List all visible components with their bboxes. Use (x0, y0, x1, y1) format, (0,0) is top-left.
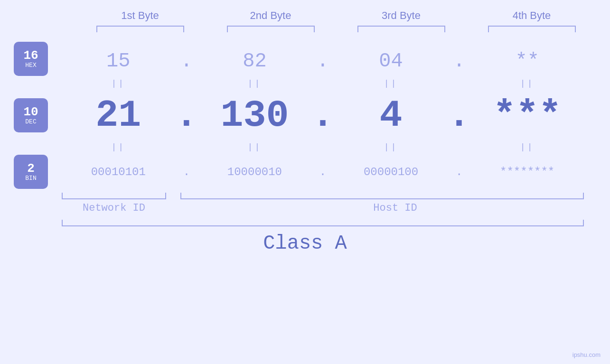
byte-label-2: 2nd Byte (218, 9, 323, 22)
bin-badge-label: BIN (25, 175, 36, 182)
bin-badge-container: 2 BIN (0, 155, 62, 189)
bin-dot-3: . (452, 166, 466, 178)
bin-val-2: 10000010 (202, 166, 307, 178)
bin-val-3: 00000100 (339, 166, 443, 178)
eq2-4: || (475, 142, 580, 152)
main-container: 1st Byte 2nd Byte 3rd Byte 4th Byte 16 H… (0, 0, 610, 364)
bracket-top-3 (357, 26, 445, 32)
bracket-host-id (180, 193, 584, 199)
hex-val-1: 15 (66, 50, 170, 73)
eq1-1: || (66, 79, 170, 88)
hex-dot-3: . (452, 50, 466, 73)
byte-label-1: 1st Byte (88, 9, 192, 22)
bracket-network-id (62, 193, 166, 199)
bin-badge: 2 BIN (14, 155, 48, 189)
eq1-4: || (475, 79, 580, 88)
full-bottom-bracket (62, 220, 584, 226)
watermark: ipshu.com (572, 351, 601, 358)
bracket-top-2 (227, 26, 315, 32)
bracket-top-1 (96, 26, 184, 32)
hex-badge: 16 HEX (14, 42, 48, 76)
byte-label-3: 3rd Byte (349, 9, 453, 22)
bin-badge-number: 2 (27, 162, 35, 175)
eq1-3: || (339, 79, 443, 88)
top-brackets (75, 26, 597, 32)
byte-labels-row: 1st Byte 2nd Byte 3rd Byte 4th Byte (75, 9, 597, 22)
eq2-3: || (339, 142, 443, 152)
host-id-label: Host ID (180, 202, 610, 214)
hex-val-3: 04 (339, 50, 443, 73)
equals-row-1: || || || || (62, 79, 584, 88)
hex-val-2: 82 (202, 50, 307, 73)
dec-badge-container: 10 DEC (0, 98, 62, 132)
dec-dot-1: . (179, 94, 194, 137)
eq2-2: || (202, 142, 307, 152)
equals-row-2: || || || || (62, 142, 584, 152)
hex-val-4: ** (475, 50, 580, 73)
class-label: Class A (263, 232, 347, 255)
hex-dot-2: . (316, 50, 330, 73)
dec-dot-3: . (452, 94, 466, 137)
hex-dot-1: . (179, 50, 194, 73)
bin-val-1: 00010101 (66, 166, 170, 178)
dec-data-row: 21 . 130 . 4 . *** (62, 89, 584, 141)
dec-val-1: 21 (66, 94, 170, 137)
dec-badge-number: 10 (23, 106, 38, 118)
dec-val-3: 4 (339, 94, 443, 137)
bin-data-row: 00010101 . 10000010 . 00000100 . *******… (62, 153, 584, 191)
dec-dot-2: . (316, 94, 330, 137)
hex-data-row: 15 . 82 . 04 . ** (62, 45, 584, 78)
hex-badge-container: 16 HEX (0, 42, 62, 76)
bracket-top-4 (488, 26, 576, 32)
dec-badge: 10 DEC (14, 98, 48, 132)
byte-label-4: 4th Byte (479, 9, 584, 22)
eq2-1: || (66, 142, 170, 152)
dec-val-2: 130 (202, 94, 307, 137)
network-id-label: Network ID (62, 202, 166, 214)
hex-badge-number: 16 (23, 49, 38, 62)
dec-val-4: *** (475, 94, 580, 137)
bin-val-4: ******** (475, 166, 580, 178)
eq1-2: || (202, 79, 307, 88)
bin-dot-1: . (179, 166, 194, 178)
bin-dot-2: . (316, 166, 330, 178)
dec-badge-label: DEC (25, 118, 36, 125)
hex-badge-label: HEX (25, 62, 36, 69)
